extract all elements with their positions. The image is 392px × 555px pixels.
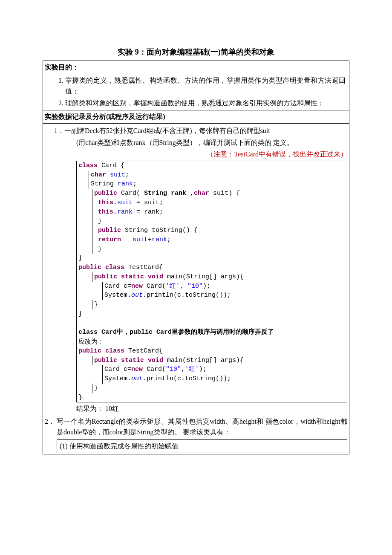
q2: 2． 写一个名为Rectangle的类表示矩形。其属性包括宽width、高hei… xyxy=(45,416,347,438)
content-cell: 1．一副牌Deck有52张扑克Card组成(不含王牌)，每张牌有自己的牌型sui… xyxy=(43,123,349,454)
goal-header: 实验目的： xyxy=(43,61,349,74)
q1-note: （注意：TestCard中有错误，找出并改正过来） xyxy=(76,149,347,160)
q1-line1: 1．一副牌Deck有52张扑克Card组成(不含王牌)，每张牌有自己的牌型sui… xyxy=(53,125,347,136)
goal-cell: 掌握类的定义，熟悉属性、构造函数、方法的作用，掌握用类作为类型声明变量和方法返回… xyxy=(43,74,349,110)
code-block-1: class Card { char suit; String rank; pub… xyxy=(76,161,347,403)
page-title: 实验 9：面向对象编程基础(一)简单的类和对象 xyxy=(43,47,349,57)
goal-item: 理解类和对象的区别，掌握构造函数的使用，熟悉通过对象名引用实例的方法和属性； xyxy=(65,98,347,109)
data-header: 实验数据记录及分析(或程序及运行结果) xyxy=(43,110,349,124)
lab-table: 实验目的： 掌握类的定义，熟悉属性、构造函数、方法的作用，掌握用类作为类型声明变… xyxy=(43,61,349,454)
q2-sub: (1) 使用构造函数完成各属性的初始赋值 xyxy=(57,439,347,453)
q2-body: 写一个名为Rectangle的类表示矩形。其属性包括宽width、高height… xyxy=(57,416,347,438)
explain-line-2: 应改为： xyxy=(78,338,104,345)
result-line: 结果为： 10红 xyxy=(76,403,347,414)
goal-list: 掌握类的定义，熟悉属性、构造函数、方法的作用，掌握用类作为类型声明变量和方法返回… xyxy=(45,75,347,109)
explain-line-1: class Card中，public Card里参数的顺序与调用时的顺序弄反了 xyxy=(78,329,274,336)
q1-num: 1． xyxy=(54,127,64,134)
q1-line2: (用char类型)和点数rank（用String类型），编译并测试下面的类的 定… xyxy=(76,137,347,148)
goal-item: 掌握类的定义，熟悉属性、构造函数、方法的作用，掌握用类作为类型声明变量和方法返回… xyxy=(65,75,347,97)
q2-num: 2． xyxy=(45,416,57,438)
